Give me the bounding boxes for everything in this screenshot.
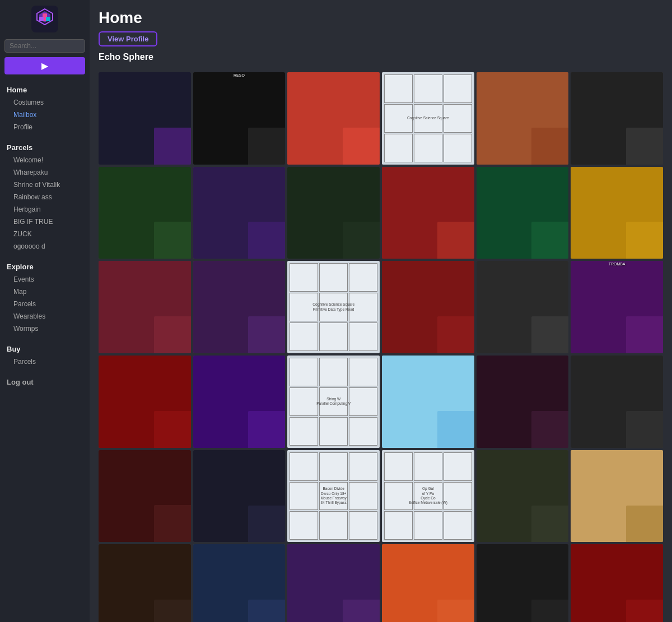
grid-cell-3[interactable] [287, 72, 380, 165]
sidebar-item-profile[interactable]: Profile [0, 121, 90, 133]
main-header: Home View Profile Echo Sphere [99, 9, 663, 68]
play-icon: ▶ [41, 60, 48, 71]
grid-cell-16[interactable] [382, 261, 474, 353]
grid-cell-11[interactable] [477, 167, 569, 259]
grid-cell-35[interactable] [477, 544, 569, 622]
grid-cell-21[interactable]: String WParallel Computing V [287, 356, 380, 448]
sidebar-item-ogooooo[interactable]: ogooooo d [0, 240, 90, 252]
svg-rect-4 [39, 17, 44, 21]
sidebar-item-zuck[interactable]: ZUCK [0, 228, 90, 240]
grid-cell-15[interactable]: Cognitive Science SquarePrimitive Data T… [287, 261, 380, 353]
main-content: Home View Profile Echo Sphere RESO Cogni… [90, 0, 672, 622]
grid-cell-18[interactable]: TROMBA [571, 261, 663, 353]
grid-cell-10[interactable] [382, 167, 474, 259]
grid-cell-12[interactable] [571, 167, 663, 259]
grid-cell-20[interactable] [193, 356, 286, 448]
sidebar-item-rainbow[interactable]: Rainbow ass [0, 191, 90, 203]
sidebar-item-mailbox[interactable]: Mailbox [0, 109, 90, 121]
grid-cell-17[interactable] [477, 261, 569, 353]
grid-cell-31[interactable] [99, 544, 191, 622]
grid-cell-22[interactable] [382, 356, 474, 448]
sidebar-item-welcome[interactable]: Welcome! [0, 154, 90, 166]
grid-cell-24[interactable] [571, 356, 663, 448]
app-logo [0, 6, 90, 32]
grid-cell-32[interactable] [193, 544, 286, 622]
sidebar-item-map[interactable]: Map [0, 286, 90, 298]
grid-cell-27[interactable]: Bacon DivideDarco Only 18+Mouse Freeway3… [287, 450, 380, 543]
grid-cell-13[interactable] [99, 261, 191, 353]
sidebar-item-costumes[interactable]: Costumes [0, 96, 90, 109]
grid-cell-9[interactable] [287, 167, 380, 259]
view-profile-button[interactable]: View Profile [99, 31, 157, 46]
nav-home-section: Home [0, 82, 90, 96]
grid-cell-8[interactable] [193, 167, 286, 259]
sidebar: ▶ Home Costumes Mailbox Profile Parcels … [0, 0, 90, 622]
content-grid: RESO Cognitive Science Square [99, 72, 663, 622]
search-input[interactable] [4, 39, 85, 53]
sidebar-item-herbgain[interactable]: Herbgain [0, 203, 90, 216]
grid-cell-7[interactable] [99, 167, 191, 259]
grid-cell-34[interactable] [382, 544, 474, 622]
sidebar-item-bigtrue[interactable]: BIG IF TRUE [0, 216, 90, 228]
nav-parcels-section-label: Parcels [0, 140, 90, 154]
svg-rect-5 [46, 17, 50, 21]
logo-icon [31, 6, 58, 32]
page-title: Home [99, 9, 663, 27]
sidebar-item-wharepaku[interactable]: Wharepaku [0, 166, 90, 179]
sidebar-item-buy-parcels[interactable]: Parcels [0, 356, 90, 368]
grid-cell-25[interactable] [99, 450, 191, 543]
grid-cell-23[interactable] [477, 356, 569, 448]
grid-cell-6[interactable] [571, 72, 663, 165]
sidebar-item-shrine[interactable]: Shrine of Vitalik [0, 179, 90, 191]
grid-cell-1[interactable] [99, 72, 191, 165]
grid-cell-26[interactable] [193, 450, 286, 543]
grid-cell-19[interactable] [99, 356, 191, 448]
sidebar-item-parcels-explore[interactable]: Parcels [0, 298, 90, 310]
nav-explore-section-label: Explore [0, 259, 90, 273]
grid-cell-36[interactable] [571, 544, 663, 622]
search-container [4, 39, 85, 53]
grid-cell-2[interactable]: RESO [193, 72, 286, 165]
sidebar-item-wormps[interactable]: Wormps [0, 322, 90, 335]
grid-cell-30[interactable] [571, 450, 663, 543]
sidebar-item-wearables[interactable]: Wearables [0, 310, 90, 322]
grid-cell-33[interactable] [287, 544, 380, 622]
logout-button[interactable]: Log out [0, 375, 90, 390]
echo-sphere-label: Echo Sphere [99, 52, 663, 62]
grid-cell-4[interactable]: Cognitive Science Square [382, 72, 474, 165]
grid-cell-28[interactable]: Op Galof Y PaCycle CoEdifice Metaversale… [382, 450, 474, 543]
grid-cell-29[interactable] [477, 450, 569, 543]
nav-buy-section-label: Buy [0, 342, 90, 356]
play-button[interactable]: ▶ [4, 57, 85, 74]
grid-cell-14[interactable] [193, 261, 286, 353]
grid-cell-5[interactable] [477, 72, 569, 165]
sidebar-item-events[interactable]: Events [0, 273, 90, 286]
